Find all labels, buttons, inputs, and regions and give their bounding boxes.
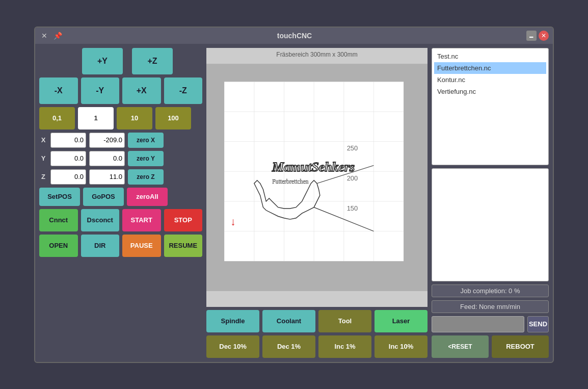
zero-z-button[interactable]: zero Z [128, 169, 164, 185]
send-row: SEND [432, 316, 549, 332]
canvas-area: Fräsbereich 300mm x 300mm [206, 48, 427, 307]
job-status: Job completion: 0 % [432, 284, 549, 297]
x-pos1-input[interactable] [50, 133, 86, 148]
preview-area [432, 168, 549, 281]
z-pos1-input[interactable] [50, 169, 86, 185]
middle-panel: Fräsbereich 300mm x 300mm [206, 48, 427, 358]
z-axis-label: Z [39, 173, 47, 180]
minimize-button[interactable]: 🗕 [526, 31, 537, 41]
svg-text:200: 200 [347, 174, 358, 181]
stop-button[interactable]: STOP [164, 209, 203, 231]
right-bottom-row: <RESET REBOOT [432, 335, 549, 358]
dir-button[interactable]: DIR [81, 235, 120, 257]
coolant-button[interactable]: Coolant [262, 310, 315, 332]
connect-button[interactable]: Cnnct [39, 209, 78, 231]
spindle-button[interactable]: Spindle [206, 310, 259, 332]
jog-plus-y-button[interactable]: +Y [82, 48, 123, 74]
tool-buttons-row: Spindle Coolant Tool Laser [206, 310, 427, 332]
svg-text:↓: ↓ [230, 215, 236, 227]
right-panel: Test.nc Futterbrettchen.nc Kontur.nc Ver… [432, 48, 549, 358]
dec1-button[interactable]: Dec 1% [262, 335, 315, 358]
titlebar-left-icons: ✕ 📌 [39, 31, 63, 41]
window-icon[interactable]: ✕ [39, 31, 49, 41]
y-axis-row: Y zero Y [39, 151, 202, 166]
send-button[interactable]: SEND [527, 316, 549, 332]
pin-icon[interactable]: 📌 [52, 31, 63, 41]
jog-minus-y-button[interactable]: -Y [81, 77, 120, 104]
y-pos2-input[interactable] [89, 151, 125, 166]
step-01-button[interactable]: 0,1 [39, 107, 75, 129]
zeroall-button[interactable]: zeroAll [127, 188, 168, 206]
y-axis-label: Y [39, 154, 47, 162]
left-panel: +Y +Z -X -Y +X -Z 0,1 1 10 100 X [39, 48, 202, 358]
reboot-button[interactable]: REBOOT [492, 335, 549, 358]
x-axis-label: X [39, 136, 47, 144]
jog-plus-z-button[interactable]: +Z [132, 48, 173, 74]
open-button[interactable]: OPEN [39, 235, 78, 257]
file-item-kontur[interactable]: Kontur.nc [434, 74, 546, 86]
resume-button[interactable]: RESUME [164, 235, 203, 257]
file-item-vertiefung[interactable]: Vertiefung.nc [434, 86, 546, 97]
laser-button[interactable]: Laser [375, 310, 427, 332]
pause-button[interactable]: PAUSE [122, 235, 161, 257]
content-area: +Y +Z -X -Y +X -Z 0,1 1 10 100 X [35, 44, 553, 362]
inc10-button[interactable]: Inc 10% [375, 335, 427, 358]
zero-y-button[interactable]: zero Y [128, 151, 164, 166]
send-input[interactable] [432, 316, 524, 332]
z-axis-row: Z zero Z [39, 169, 202, 185]
jog-minus-x-button[interactable]: -X [39, 77, 78, 104]
reset-button[interactable]: <RESET [432, 335, 489, 358]
func-buttons-row: OPEN DIR PAUSE RESUME [39, 235, 202, 257]
cnc-canvas: 250 200 150 MamutSehkers Futterbrettchen [206, 48, 427, 307]
setpos-button[interactable]: SetPOS [39, 188, 80, 206]
x-pos2-input[interactable] [89, 133, 125, 148]
z-pos2-input[interactable] [89, 169, 125, 185]
feed-status: Feed: None mm/min [432, 300, 549, 313]
disconnect-button[interactable]: Dsconct [81, 209, 120, 231]
start-button[interactable]: START [122, 209, 161, 231]
titlebar-right: 🗕 ✕ [526, 31, 549, 41]
file-list[interactable]: Test.nc Futterbrettchen.nc Kontur.nc Ver… [432, 48, 549, 165]
inc1-button[interactable]: Inc 1% [318, 335, 371, 358]
step-100-button[interactable]: 100 [155, 107, 191, 129]
svg-text:MamutSehkers: MamutSehkers [272, 160, 355, 174]
action-buttons-row: Cnnct Dsconct START STOP [39, 209, 202, 231]
dec10-button[interactable]: Dec 10% [206, 335, 259, 358]
canvas-label: Fräsbereich 300mm x 300mm [206, 51, 427, 58]
step-10-button[interactable]: 10 [117, 107, 152, 129]
y-pos1-input[interactable] [50, 151, 86, 166]
jog-minus-z-button[interactable]: -Z [164, 77, 203, 104]
incdec-buttons-row: Dec 10% Dec 1% Inc 1% Inc 10% [206, 335, 427, 358]
pos-buttons-row: SetPOS GoPOS zeroAll [39, 188, 202, 206]
step-1-button[interactable]: 1 [78, 107, 114, 129]
svg-text:250: 250 [347, 144, 358, 152]
mid-jog-row: -X -Y +X -Z [39, 77, 202, 104]
step-size-row: 0,1 1 10 100 [39, 107, 202, 129]
top-jog-row: +Y +Z [39, 48, 202, 74]
gopos-button[interactable]: GoPOS [83, 188, 124, 206]
window-title: touchCNC [277, 32, 312, 40]
x-axis-row: X zero X [39, 133, 202, 148]
tool-button[interactable]: Tool [318, 310, 371, 332]
main-window: ✕ 📌 touchCNC 🗕 ✕ +Y +Z -X -Y +X -Z [34, 27, 554, 363]
svg-text:150: 150 [347, 204, 358, 212]
zero-x-button[interactable]: zero X [128, 133, 164, 148]
close-button[interactable]: ✕ [539, 31, 549, 41]
file-item-futter[interactable]: Futterbrettchen.nc [434, 62, 546, 74]
svg-text:Futterbrettchen: Futterbrettchen [272, 178, 309, 185]
jog-plus-x-button[interactable]: +X [122, 77, 161, 104]
titlebar: ✕ 📌 touchCNC 🗕 ✕ [35, 28, 553, 44]
file-item-test[interactable]: Test.nc [434, 50, 546, 62]
